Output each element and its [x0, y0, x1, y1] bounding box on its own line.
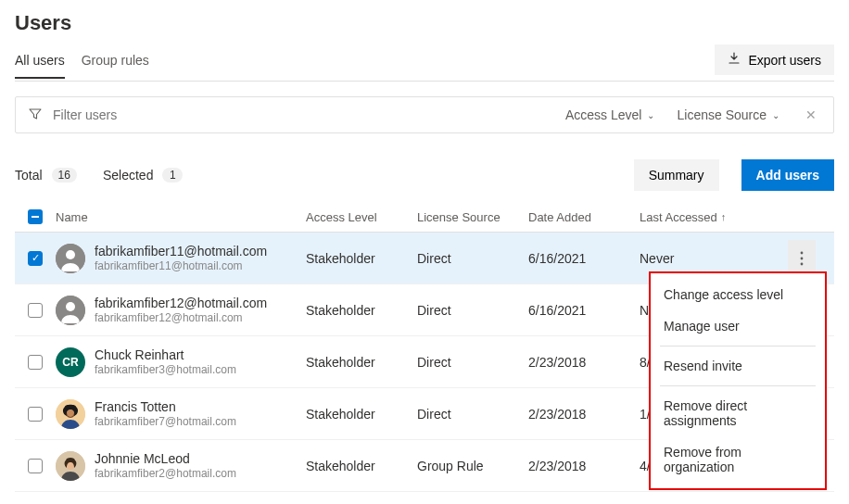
summary-button[interactable]: Summary [634, 159, 719, 191]
menu-separator [660, 346, 816, 346]
user-name: fabrikamfiber11@hotmail.com [95, 244, 267, 259]
total-count-badge: 16 [52, 168, 77, 183]
add-users-button[interactable]: Add users [741, 159, 834, 191]
column-last-accessed[interactable]: Last Accessed ↑ [640, 210, 788, 224]
svg-point-4 [801, 262, 804, 265]
selected-label: Selected [103, 168, 153, 183]
access-level-cell: Stakeholder [306, 303, 417, 318]
export-users-label: Export users [748, 53, 821, 68]
kebab-icon [800, 251, 804, 266]
avatar [56, 244, 85, 273]
user-email: fabrikamfiber3@hotmail.com [95, 363, 236, 376]
user-name: fabrikamfiber12@hotmail.com [95, 296, 267, 311]
license-source-cell: Group Rule [417, 459, 528, 473]
row-checkbox[interactable] [28, 407, 43, 422]
access-level-cell: Stakeholder [306, 355, 417, 370]
menu-separator [660, 385, 816, 386]
chevron-down-icon: ⌄ [647, 110, 654, 120]
license-source-cell: Direct [417, 407, 528, 422]
svg-point-3 [801, 257, 804, 259]
license-source-dropdown[interactable]: License Source ⌄ [677, 107, 779, 122]
filter-bar: Access Level ⌄ License Source ⌄ ✕ [15, 96, 834, 133]
filter-users-input[interactable] [51, 107, 556, 123]
menu-item-manage-user[interactable]: Manage user [651, 310, 825, 342]
column-license-source[interactable]: License Source [417, 210, 528, 224]
row-checkbox[interactable]: ✓ [28, 251, 43, 266]
access-level-cell: Stakeholder [306, 251, 417, 266]
svg-point-6 [66, 302, 75, 311]
access-level-dropdown[interactable]: Access Level ⌄ [565, 107, 654, 122]
access-level-cell: Stakeholder [306, 407, 417, 422]
tab-group-rules[interactable]: Group rules [82, 47, 149, 78]
context-menu: Change access levelManage userResend inv… [649, 271, 827, 490]
total-label: Total [15, 168, 43, 183]
date-added-cell: 6/16/2021 [528, 303, 640, 318]
user-email: fabrikamfiber2@hotmail.com [95, 467, 236, 480]
user-name: Chuck Reinhart [95, 347, 236, 363]
table-header: Name Access Level License Source Date Ad… [15, 204, 834, 233]
selected-count-badge: 1 [162, 168, 183, 183]
svg-point-2 [801, 251, 804, 254]
license-source-cell: Direct [417, 251, 528, 266]
download-icon [728, 52, 741, 68]
date-added-cell: 2/23/2018 [528, 459, 640, 473]
column-access-level[interactable]: Access Level [306, 210, 417, 224]
last-accessed-cell: Never [640, 251, 788, 266]
user-email: fabrikamfiber12@hotmail.com [95, 311, 267, 324]
avatar [56, 399, 85, 429]
date-added-cell: 6/16/2021 [528, 251, 640, 266]
chevron-down-icon: ⌄ [772, 110, 779, 120]
date-added-cell: 2/23/2018 [528, 407, 640, 422]
menu-item-remove-from-organization[interactable]: Remove from organization [651, 436, 825, 483]
license-source-dropdown-label: License Source [677, 107, 767, 122]
svg-point-1 [66, 250, 75, 259]
row-checkbox[interactable] [28, 355, 43, 370]
avatar [56, 451, 85, 481]
license-source-cell: Direct [417, 355, 528, 370]
select-all-checkbox[interactable] [28, 209, 43, 224]
filter-icon [29, 107, 42, 123]
avatar [56, 296, 85, 325]
clear-filter-icon[interactable]: ✕ [802, 107, 820, 122]
avatar: CR [56, 347, 85, 377]
page-title: Users [15, 11, 834, 35]
tab-all-users[interactable]: All users [15, 47, 65, 79]
license-source-cell: Direct [417, 303, 528, 318]
column-date-added[interactable]: Date Added [528, 210, 640, 224]
sort-ascending-icon: ↑ [721, 211, 727, 222]
user-name: Francis Totten [95, 399, 236, 415]
user-email: fabrikamfiber11@hotmail.com [95, 259, 267, 272]
row-checkbox[interactable] [28, 459, 43, 473]
user-name: Johnnie McLeod [95, 451, 236, 467]
date-added-cell: 2/23/2018 [528, 355, 640, 370]
access-level-cell: Stakeholder [306, 459, 417, 473]
table-row[interactable]: ✓fabrikamfiber11@hotmail.comfabrikamfibe… [15, 233, 834, 284]
menu-item-resend-invite[interactable]: Resend invite [651, 350, 825, 382]
row-checkbox[interactable] [28, 303, 43, 318]
menu-item-change-access-level[interactable]: Change access level [651, 279, 825, 310]
user-email: fabrikamfiber7@hotmail.com [95, 415, 236, 428]
column-name[interactable]: Name [56, 210, 306, 224]
access-level-dropdown-label: Access Level [565, 107, 641, 122]
menu-item-remove-direct-assignments[interactable]: Remove direct assignments [651, 390, 825, 436]
export-users-button[interactable]: Export users [715, 44, 834, 75]
